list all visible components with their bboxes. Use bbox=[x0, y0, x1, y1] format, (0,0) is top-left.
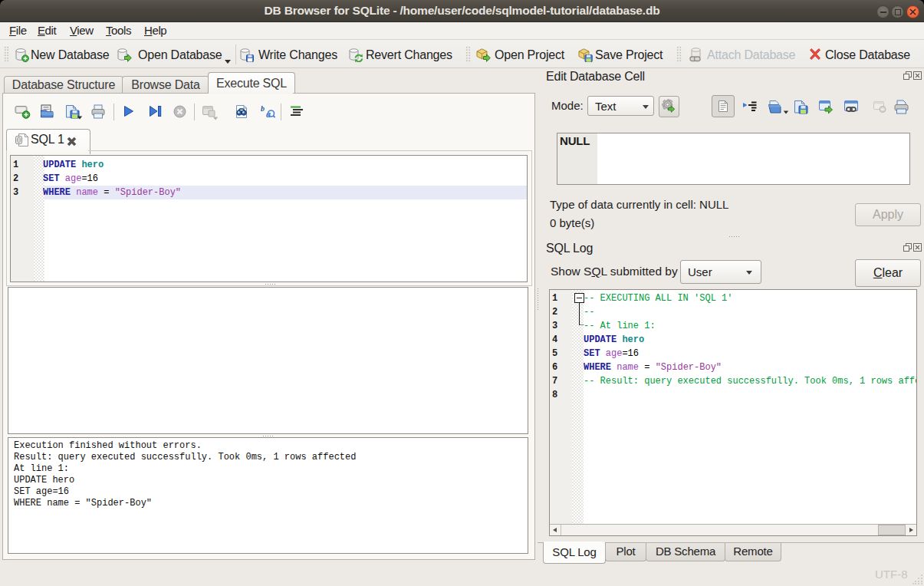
svg-text:b: b bbox=[261, 104, 265, 113]
